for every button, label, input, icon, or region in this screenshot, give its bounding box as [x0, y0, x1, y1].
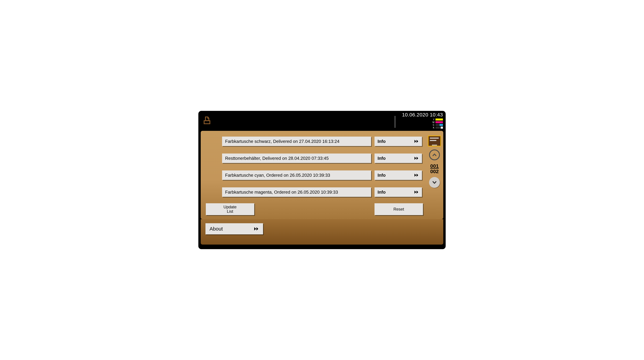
page-down-button[interactable]: [429, 177, 440, 188]
update-line1: Update: [224, 205, 236, 209]
fast-forward-icon: [414, 140, 419, 143]
update-list-button[interactable]: Update List: [206, 203, 254, 215]
info-label: Info: [378, 156, 386, 161]
list-row: Resttonerbehälter, Delivered on 28.04.20…: [222, 153, 443, 163]
header-bar: 10.06.2020 10:43 Y M C K: [198, 111, 446, 131]
toner-y: Y: [432, 118, 443, 121]
reset-button[interactable]: Reset: [374, 203, 423, 215]
page-indicator: 001 002: [430, 163, 439, 174]
reset-label: Reset: [394, 207, 404, 211]
action-row: Update List Reset: [206, 203, 423, 215]
header-divider: [395, 116, 395, 128]
about-button[interactable]: About: [206, 223, 263, 234]
datetime: 10.06.2020 10:43: [402, 112, 443, 118]
toner-c: C: [432, 124, 443, 126]
info-label: Info: [378, 190, 386, 195]
toner-k: K: [432, 126, 443, 129]
device-frame: 10.06.2020 10:43 Y M C K: [198, 111, 446, 249]
toner-levels: Y M C K: [402, 118, 443, 129]
info-button[interactable]: Info: [374, 187, 422, 197]
page-up-button[interactable]: [429, 149, 440, 160]
fast-forward-icon: [414, 157, 419, 160]
info-button[interactable]: Info: [374, 137, 422, 146]
main-panel: Farbkartusche schwarz, Delivered on 27.0…: [201, 131, 443, 219]
info-button[interactable]: Info: [374, 170, 422, 180]
fast-forward-icon: [414, 174, 419, 177]
toner-m: M: [432, 121, 443, 123]
item-status: Resttonerbehälter, Delivered on 28.04.20…: [222, 153, 371, 163]
item-status: Farbkartusche cyan, Ordered on 26.05.202…: [222, 170, 371, 180]
page-current: 001: [430, 163, 439, 169]
page-total: 002: [430, 169, 439, 174]
footer-strip: About: [201, 219, 443, 245]
list-row: Farbkartusche cyan, Ordered on 26.05.202…: [222, 170, 443, 180]
list-row: Farbkartusche schwarz, Delivered on 27.0…: [222, 137, 443, 146]
list-row: Farbkartusche magenta, Ordered on 26.05.…: [222, 187, 443, 197]
info-button[interactable]: Info: [374, 153, 422, 163]
info-label: Info: [378, 139, 386, 144]
item-status: Farbkartusche schwarz, Delivered on 27.0…: [222, 137, 371, 146]
printer-icon: [198, 111, 215, 125]
about-label: About: [210, 226, 223, 232]
item-status: Farbkartusche magenta, Ordered on 26.05.…: [222, 187, 371, 197]
list-view-icon[interactable]: [428, 136, 441, 146]
update-line2: List: [227, 209, 233, 214]
fast-forward-icon: [254, 227, 259, 231]
info-label: Info: [378, 173, 386, 178]
fast-forward-icon: [414, 191, 419, 194]
side-controls: 001 002: [427, 136, 442, 188]
consumables-list: Farbkartusche schwarz, Delivered on 27.0…: [201, 131, 443, 197]
